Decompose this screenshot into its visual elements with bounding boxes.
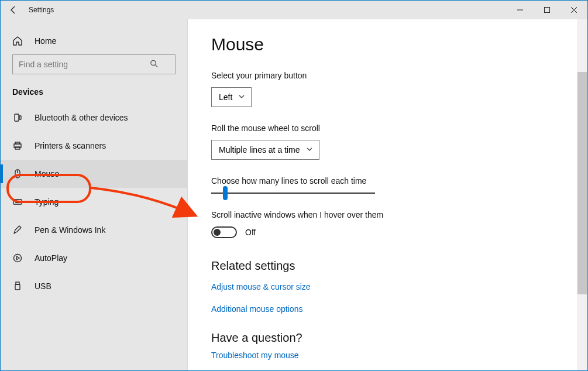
sidebar-item-usb[interactable]: USB bbox=[1, 272, 187, 300]
toggle-knob bbox=[214, 229, 221, 236]
primary-button-select[interactable]: Left bbox=[211, 87, 252, 107]
minimize-button[interactable] bbox=[507, 1, 534, 19]
chevron-down-icon bbox=[306, 145, 313, 154]
slider-thumb[interactable] bbox=[223, 186, 228, 200]
have-question-heading: Have a question? bbox=[211, 331, 564, 345]
svg-point-9 bbox=[14, 255, 22, 262]
sidebar-item-label: AutoPlay bbox=[35, 253, 67, 263]
sidebar-item-label: Typing bbox=[35, 197, 59, 207]
minimize-icon bbox=[517, 6, 524, 13]
titlebar: Settings bbox=[1, 1, 587, 19]
svg-rect-11 bbox=[15, 284, 20, 290]
sidebar-item-mouse[interactable]: Mouse bbox=[1, 160, 187, 188]
svg-rect-0 bbox=[545, 8, 550, 13]
svg-rect-2 bbox=[15, 114, 19, 121]
lines-scroll-slider[interactable] bbox=[211, 193, 375, 194]
chevron-down-icon bbox=[238, 92, 245, 102]
wheel-scroll-value: Multiple lines at a time bbox=[219, 145, 300, 154]
sidebar-section-title: Devices bbox=[1, 81, 187, 104]
sidebar-home[interactable]: Home bbox=[1, 30, 187, 52]
sidebar-item-printers[interactable]: Printers & scanners bbox=[1, 132, 187, 160]
vertical-scrollbar[interactable] bbox=[577, 19, 587, 370]
devices-icon bbox=[12, 112, 24, 123]
sidebar-item-label: Mouse bbox=[35, 169, 59, 178]
svg-rect-8 bbox=[13, 200, 22, 204]
sidebar-item-bluetooth[interactable]: Bluetooth & other devices bbox=[1, 104, 187, 132]
search-input[interactable] bbox=[12, 54, 176, 74]
primary-button-label: Select your primary button bbox=[211, 71, 564, 80]
wheel-scroll-select[interactable]: Multiple lines at a time bbox=[211, 140, 319, 160]
lines-scroll-label: Choose how many lines to scroll each tim… bbox=[211, 176, 564, 186]
related-settings-heading: Related settings bbox=[211, 259, 564, 273]
sidebar-item-label: Pen & Windows Ink bbox=[35, 225, 105, 235]
content-pane: Mouse Select your primary button Left Ro… bbox=[188, 19, 587, 370]
usb-icon bbox=[12, 281, 24, 291]
svg-rect-3 bbox=[19, 116, 21, 119]
sidebar-item-label: Bluetooth & other devices bbox=[35, 113, 128, 122]
sidebar: Home Devices Bluetooth & other devices P… bbox=[1, 19, 188, 370]
svg-rect-6 bbox=[15, 147, 20, 149]
window-title: Settings bbox=[26, 6, 54, 14]
maximize-icon bbox=[544, 6, 551, 13]
maximize-button[interactable] bbox=[534, 1, 561, 19]
close-button[interactable] bbox=[561, 1, 587, 19]
svg-rect-5 bbox=[15, 142, 20, 144]
sidebar-item-label: USB bbox=[35, 281, 51, 291]
scrollbar-thumb[interactable] bbox=[577, 72, 587, 294]
link-adjust-mouse[interactable]: Adjust mouse & cursor size bbox=[211, 282, 564, 291]
link-additional-options[interactable]: Additional mouse options bbox=[211, 304, 564, 314]
printer-icon bbox=[12, 140, 24, 151]
back-button[interactable] bbox=[1, 5, 26, 15]
sidebar-home-label: Home bbox=[35, 36, 56, 46]
keyboard-icon bbox=[12, 197, 24, 207]
inactive-scroll-state: Off bbox=[245, 228, 256, 237]
autoplay-icon bbox=[12, 253, 24, 263]
sidebar-item-typing[interactable]: Typing bbox=[1, 188, 187, 216]
sidebar-item-pen[interactable]: Pen & Windows Ink bbox=[1, 216, 187, 244]
sidebar-item-label: Printers & scanners bbox=[35, 141, 106, 150]
sidebar-item-autoplay[interactable]: AutoPlay bbox=[1, 244, 187, 272]
wheel-scroll-label: Roll the mouse wheel to scroll bbox=[211, 123, 564, 133]
inactive-scroll-toggle[interactable] bbox=[211, 226, 237, 238]
close-icon bbox=[570, 6, 577, 13]
primary-button-value: Left bbox=[219, 92, 232, 102]
link-troubleshoot[interactable]: Troubleshoot my mouse bbox=[211, 351, 564, 360]
mouse-icon bbox=[12, 169, 24, 179]
home-icon bbox=[12, 36, 24, 46]
page-title: Mouse bbox=[211, 35, 564, 54]
back-arrow-icon bbox=[9, 5, 18, 15]
inactive-scroll-label: Scroll inactive windows when I hover ove… bbox=[211, 210, 564, 219]
pen-icon bbox=[12, 225, 24, 235]
